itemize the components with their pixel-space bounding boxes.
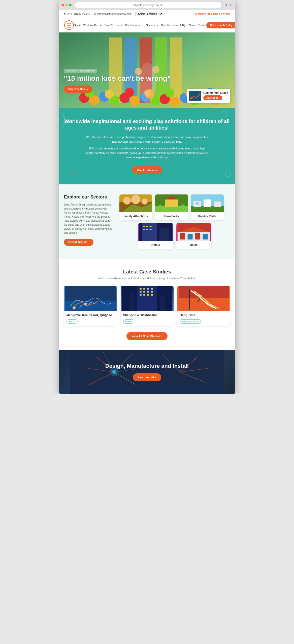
hotels-image [138, 223, 173, 241]
mangrove-thumbnail [64, 286, 117, 311]
logo[interactable]: david taylor design [64, 20, 74, 30]
share-icon[interactable]: ⬆ [225, 3, 228, 7]
svg-rect-90 [143, 294, 145, 296]
teal-deco-dot [72, 172, 77, 177]
hotels-label: Hotels [138, 241, 173, 249]
case-card-mangrove[interactable]: Mangrove Tree Resort, Qingdao Asia [64, 286, 117, 326]
shangri-la-tag-text: Asia [128, 320, 132, 323]
nav-sectors[interactable]: Sectors [146, 24, 155, 27]
sector-card-family[interactable]: Family Attractions [119, 194, 152, 220]
hero-card-image [189, 91, 201, 101]
sectors-view-all-button[interactable]: View All Sectors [64, 239, 93, 246]
family-attractions-label: Family Attractions [119, 212, 152, 220]
email-link[interactable]: info@taylordesignandplay.com [94, 13, 132, 15]
teal-section: ) ○ Worldwide inspirational and exciting… [59, 108, 235, 184]
svg-rect-81 [140, 288, 142, 290]
svg-rect-66 [150, 229, 152, 230]
case-card-hang-time[interactable]: Hang Time North America [177, 286, 230, 326]
hang-time-tag-text: North America [184, 320, 199, 323]
svg-text:taylor: taylor [67, 25, 71, 27]
svg-point-19 [170, 97, 180, 107]
svg-rect-89 [140, 294, 142, 296]
browser-chrome: davidtaylordesign.co.uk ⬆ ↻ [59, 0, 235, 10]
teal-products-button[interactable]: Our Products [132, 166, 162, 174]
hero-card: Commercial Slides View Range [187, 89, 230, 103]
mangrove-body: Mangrove Tree Resort, Qingdao Asia [64, 311, 117, 326]
hero-card-info: Commercial Slides View Range [203, 91, 228, 100]
dot-green[interactable] [69, 4, 72, 6]
dot-red[interactable] [61, 4, 64, 6]
nav-contact[interactable]: Contact [198, 24, 206, 27]
sectors-section: Explore our Sectors David Taylor Design … [59, 184, 235, 259]
teal-deco-2: ○ [223, 165, 233, 182]
sector-card-retail[interactable]: Retail [176, 223, 211, 249]
shangri-la-title: Shangri-La Ulaanbaatar [123, 313, 171, 317]
hero-tag: Inspirational Play Equipment [64, 69, 97, 73]
nav-news[interactable]: News [189, 24, 195, 27]
sector-card-holiday[interactable]: Holiday Parks [191, 194, 224, 220]
hero-discover-button[interactable]: Discover More [64, 86, 92, 93]
farm-parks-label: Farm Parks [155, 212, 188, 220]
svg-point-38 [197, 96, 198, 97]
sparks-decoration [59, 350, 235, 394]
svg-point-76 [84, 303, 87, 305]
phone-link[interactable]: +44 (0)1637 860526 [64, 13, 90, 15]
hotels-thumbnail [138, 223, 173, 241]
hero-headline: "15 million kids can't be wrong" [64, 75, 171, 83]
svg-rect-61 [143, 226, 145, 227]
sectors-btn-text: View All Sectors [68, 241, 87, 244]
nav-links: Home What We Do ▾ Case Studies ▾ Our Pro… [74, 24, 207, 27]
svg-rect-92 [151, 294, 153, 296]
svg-rect-86 [143, 291, 145, 293]
sectors-left: Explore our Sectors David Taylor Design … [64, 194, 114, 246]
sector-card-farm[interactable]: Farm Parks [155, 194, 188, 220]
svg-line-100 [88, 372, 114, 385]
dot-yellow[interactable] [65, 4, 68, 6]
bottom-banner-button[interactable]: Learn more! [133, 373, 161, 381]
svg-point-111 [113, 371, 115, 373]
case-studies-subtitle: Want to see where you could find a David… [64, 277, 230, 280]
svg-rect-80 [160, 296, 165, 311]
view-all-case-studies-button[interactable]: View All Case Studies [126, 332, 167, 340]
svg-point-37 [191, 97, 193, 99]
svg-rect-91 [147, 294, 149, 296]
nav-case-studies[interactable]: Case Studies [104, 24, 119, 27]
browser-url[interactable]: davidtaylordesign.co.uk [75, 2, 221, 8]
nav-faqs[interactable]: FAQs [180, 24, 186, 27]
sector-card-hotels[interactable]: Hotels [138, 223, 173, 249]
svg-rect-70 [187, 234, 192, 239]
svg-point-44 [131, 195, 140, 204]
nav-cta-button[interactable]: Get In touch Today [206, 22, 235, 28]
nav-products[interactable]: Our Products [125, 24, 140, 27]
browser-icons: ⬆ ↻ [225, 3, 233, 7]
svg-rect-65 [146, 229, 148, 230]
retail-label: Retail [176, 241, 211, 249]
svg-rect-83 [147, 288, 149, 290]
teal-heading: Worldwide inspirational and exciting pla… [64, 118, 230, 131]
svg-point-40 [72, 172, 76, 176]
nav-team[interactable]: Meet the Team [161, 24, 178, 27]
refresh-icon[interactable]: ↻ [230, 3, 233, 7]
svg-rect-84 [151, 288, 153, 290]
svg-point-51 [181, 205, 185, 209]
svg-rect-69 [180, 233, 185, 239]
top-bar: +44 (0)1637 860526 info@taylordesignandp… [59, 10, 235, 18]
case-studies-grid: Mangrove Tree Resort, Qingdao Asia [64, 286, 230, 326]
case-card-shangri-la[interactable]: Shangri-La Ulaanbaatar Asia [121, 286, 174, 326]
nav-home[interactable]: Home [74, 24, 81, 27]
email-text: info@taylordesignandplay.com [97, 13, 132, 15]
nav-what-we-do[interactable]: What We Do [83, 24, 97, 27]
hang-time-thumbnail [177, 286, 230, 311]
case-studies-section: Latest Case Studies Want to see where yo… [59, 259, 235, 350]
teal-btn-text: Our Products [137, 169, 155, 172]
svg-point-50 [158, 205, 162, 209]
hero-btn-text: Discover More [69, 88, 86, 91]
svg-rect-55 [196, 202, 199, 205]
svg-point-45 [142, 198, 148, 205]
svg-point-95 [198, 295, 202, 298]
sectors-top-row: Family Attractions [119, 194, 230, 220]
svg-rect-62 [146, 226, 148, 227]
language-select[interactable]: Select Language [135, 12, 163, 16]
hero-card-button[interactable]: View Range [203, 95, 222, 100]
bottom-banner-heading: Design, Manufacture and Install [64, 363, 230, 369]
